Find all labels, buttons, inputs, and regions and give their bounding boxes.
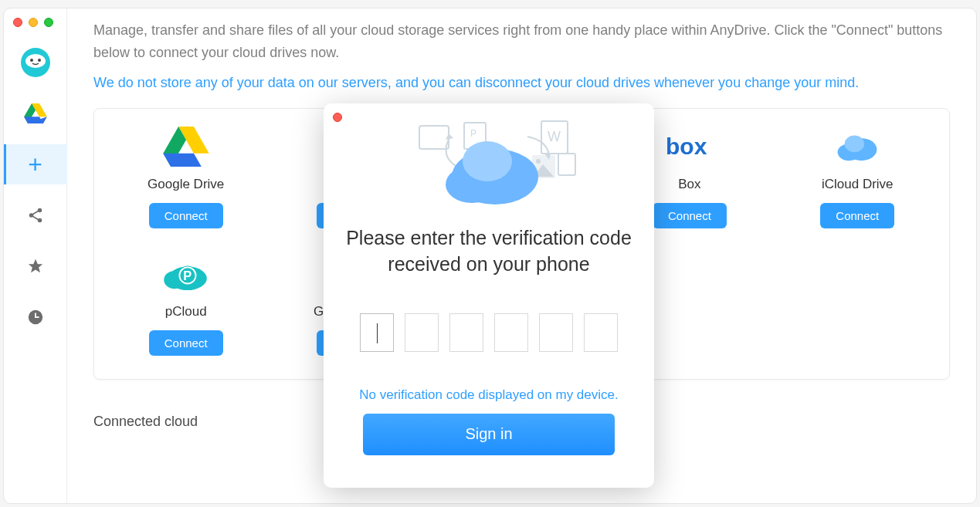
verification-code-inputs: [360, 313, 618, 352]
code-digit-1[interactable]: [360, 313, 394, 352]
sidebar-item-history[interactable]: [4, 297, 67, 337]
cloud-card-label: Box: [678, 177, 700, 192]
svg-text:box: box: [666, 134, 707, 159]
svg-rect-37: [558, 154, 575, 175]
no-code-link[interactable]: No verification code displayed on my dev…: [359, 387, 618, 403]
svg-rect-16: [35, 316, 39, 318]
sidebar-item-add[interactable]: +: [4, 144, 67, 184]
cloud-card-label: Google Drive: [148, 177, 224, 192]
connect-button-box[interactable]: Connect: [653, 203, 727, 228]
svg-marker-13: [28, 259, 42, 272]
star-icon: [27, 258, 44, 275]
google-drive-icon: [24, 103, 47, 123]
svg-marker-38: [446, 134, 453, 140]
share-icon: [27, 207, 44, 224]
sidebar-item-favorites[interactable]: [4, 246, 67, 286]
svg-point-1: [25, 54, 46, 68]
pcloud-icon: P: [159, 252, 213, 296]
anydrive-logo-icon: [20, 47, 51, 78]
svg-point-3: [38, 59, 41, 62]
plus-icon: +: [28, 152, 42, 177]
connect-button-icloud[interactable]: Connect: [820, 203, 894, 228]
verification-code-modal: P W Please enter the verification code r…: [324, 103, 654, 488]
box-icon: box: [663, 124, 717, 169]
code-digit-3[interactable]: [449, 313, 483, 352]
connect-button-google-drive[interactable]: Connect: [149, 203, 223, 228]
svg-marker-7: [24, 117, 43, 123]
cloud-card-label: iCloud Drive: [822, 177, 894, 192]
connect-button-pcloud[interactable]: Connect: [149, 330, 223, 356]
code-digit-5[interactable]: [539, 313, 573, 352]
svg-point-42: [463, 141, 512, 181]
clock-icon: [27, 309, 44, 326]
cloud-card-google-drive: Google Drive Connect: [102, 117, 270, 244]
svg-text:W: W: [548, 129, 561, 144]
google-drive-icon: [159, 124, 213, 169]
cloud-card-label: pCloud: [165, 304, 207, 319]
svg-text:P: P: [470, 128, 476, 139]
svg-text:P: P: [183, 268, 192, 282]
code-digit-6[interactable]: [584, 313, 618, 352]
intro-text: Manage, transfer and share files of all …: [93, 19, 950, 64]
cloud-card-pcloud: P pCloud Connect: [102, 244, 270, 371]
code-digit-4[interactable]: [494, 313, 528, 352]
svg-point-35: [536, 159, 541, 164]
svg-rect-11: [32, 211, 39, 215]
modal-title: Please enter the verification code recei…: [344, 225, 634, 278]
modal-cloud-art: P W: [344, 110, 634, 218]
icloud-icon: [830, 124, 884, 169]
cloud-card-icloud: iCloud Drive Connect: [774, 117, 941, 244]
modal-close-button[interactable]: [333, 113, 342, 122]
modal-traffic-lights: [333, 113, 342, 122]
privacy-text: We do not store any of your data on our …: [93, 75, 950, 91]
svg-rect-12: [32, 215, 39, 220]
svg-point-23: [845, 135, 864, 152]
svg-rect-29: [419, 126, 449, 149]
code-digit-2[interactable]: [405, 313, 439, 352]
svg-point-10: [37, 218, 42, 223]
sidebar-item-cloud-home[interactable]: [4, 42, 67, 83]
svg-point-9: [37, 208, 42, 213]
sidebar: +: [4, 8, 67, 503]
sidebar-item-google-drive[interactable]: [4, 93, 67, 134]
svg-marker-19: [163, 153, 202, 166]
svg-point-2: [30, 59, 33, 62]
sidebar-item-share[interactable]: [4, 195, 67, 235]
sign-in-button[interactable]: Sign in: [363, 414, 615, 455]
